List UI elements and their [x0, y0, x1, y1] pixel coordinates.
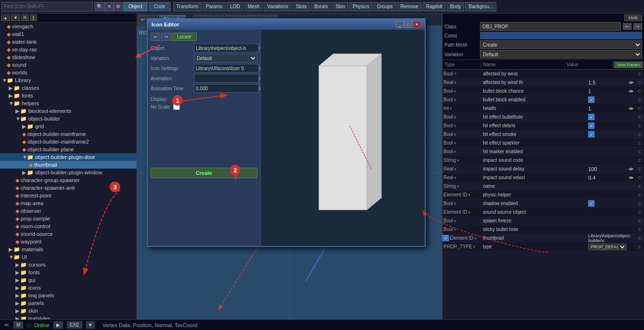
prop-c-hes[interactable]: C: [635, 132, 644, 137]
prop-c-isv[interactable]: C: [635, 175, 644, 180]
sidebar-item-slideshow[interactable]: ◆slideshow: [0, 53, 137, 61]
object-tab[interactable]: Object: [123, 2, 148, 12]
bbe-checkbox[interactable]: ✓: [588, 97, 594, 103]
sidebar-item-textstyles[interactable]: ▶ 📁textstyles: [0, 315, 137, 319]
hes-checkbox[interactable]: ✓: [588, 131, 594, 137]
heb-checkbox[interactable]: ✓: [588, 114, 594, 120]
sidebar-item-water-tank[interactable]: ◆water-tank: [0, 38, 137, 46]
mode-btn[interactable]: M: [13, 321, 23, 329]
prop-c-wind[interactable]: C: [635, 72, 644, 76]
sidebar-item-panels[interactable]: ▶ 📁panels: [0, 299, 137, 307]
dialog-minimize-btn[interactable]: _: [396, 21, 404, 28]
type-select[interactable]: PROP_DEFAULT: [588, 244, 627, 250]
find-icon-btn[interactable]: 🔍: [94, 2, 105, 12]
sidebar-item-cursors[interactable]: ▶ 📁cursors: [0, 261, 137, 269]
tab-bones[interactable]: Bones: [311, 2, 331, 12]
multi-btn[interactable]: Multi: [624, 14, 642, 21]
path-mesh-select[interactable]: Create: [480, 40, 642, 49]
sidebar-item-plane[interactable]: ◆object-builder-plane: [0, 146, 137, 153]
sidebar-item-imgpanels[interactable]: ▶ 📁img panels: [0, 292, 137, 299]
dialog-maximize-btn[interactable]: □: [404, 21, 412, 28]
prop-c-isd[interactable]: C: [635, 167, 644, 171]
exe-btn[interactable]: EXE: [67, 321, 82, 329]
prop-c-heb[interactable]: C: [635, 115, 644, 120]
sidebar-expand[interactable]: R: [21, 14, 29, 21]
sidebar-item-fonts[interactable]: ▶ 📁fonts: [0, 92, 137, 99]
hed-checkbox[interactable]: ✓: [588, 122, 594, 129]
sidebar-scroll-down[interactable]: ▼: [11, 14, 20, 21]
create-btn[interactable]: Create: [151, 168, 257, 178]
sidebar-item-sound[interactable]: ◆sound: [0, 61, 137, 69]
sidebar-item-xe-day-rac[interactable]: ◆xe-day-rac: [0, 46, 137, 53]
sidebar-item-ui-fonts[interactable]: ▶ 📁fonts: [0, 269, 137, 276]
tab-slots[interactable]: Slots: [292, 2, 310, 12]
prop-c-hed[interactable]: C: [635, 123, 644, 128]
sidebar-item-worlds[interactable]: ◆worlds: [0, 69, 137, 76]
tab-remove[interactable]: Remove: [397, 2, 422, 12]
class-apply[interactable]: ↪: [633, 23, 642, 30]
prop-c-se[interactable]: C: [635, 201, 644, 206]
sidebar-item-object-builder[interactable]: ▼ 📁object-builder: [0, 115, 137, 122]
sidebar-item-plugin-window[interactable]: ▶ 📁object-builder-plugin-window: [0, 169, 137, 176]
tab-variations[interactable]: Variations: [264, 2, 291, 12]
sidebar-item-interest[interactable]: ◆interest-point: [0, 192, 137, 199]
sidebar-scroll-up[interactable]: ▲: [1, 14, 10, 21]
tab-ragdoll[interactable]: Ragdoll: [423, 2, 446, 12]
prop-c-sf[interactable]: C: [635, 219, 644, 223]
sidebar-item-wall1[interactable]: ◆wall1: [0, 30, 137, 38]
settings-btn[interactable]: ⚙: [114, 2, 123, 12]
variation-select[interactable]: Default: [194, 54, 257, 62]
undo-btn[interactable]: ↩: [138, 15, 148, 24]
clear-btn[interactable]: ✕: [105, 2, 114, 12]
se-checkbox[interactable]: ✓: [588, 200, 594, 207]
tab-params[interactable]: Params: [202, 2, 226, 12]
prop-c-thumb[interactable]: C: [635, 236, 644, 241]
prop-c-ph[interactable]: C: [635, 193, 644, 197]
tab-transform[interactable]: Transform: [173, 2, 202, 12]
prop-c-isc[interactable]: C: [635, 158, 644, 163]
sidebar-item-helpers[interactable]: ▼ 📁helpers: [0, 99, 137, 107]
sidebar-item-grid[interactable]: ▶ 📁grid: [0, 122, 137, 130]
play-btn[interactable]: ▶: [53, 321, 63, 329]
sidebar-item-mainframe[interactable]: ◆object-builder-mainframe: [0, 130, 137, 138]
find-input[interactable]: [1, 2, 93, 12]
prop-c-sbh[interactable]: C: [635, 227, 644, 232]
dialog-locate-btn[interactable]: Locate: [172, 33, 197, 41]
prop-c-bbe[interactable]: C: [635, 98, 644, 102]
object-input[interactable]: [194, 44, 259, 52]
tab-lod[interactable]: LOD: [227, 2, 243, 12]
sidebar-item-materials[interactable]: ▶ 📁materials: [0, 245, 137, 253]
sidebar-item-gui[interactable]: ▶ 📁gui: [0, 276, 137, 284]
prop-c-sso[interactable]: C: [635, 210, 644, 215]
dialog-undo-btn[interactable]: ↩: [151, 33, 160, 41]
sidebar-item-sound-source[interactable]: ◆sound-source: [0, 230, 137, 238]
tab-mesh[interactable]: Mesh: [244, 2, 263, 12]
anim-time-input[interactable]: [194, 84, 259, 93]
prop-c-health[interactable]: C: [635, 106, 644, 111]
sidebar-item-plugin-door[interactable]: ▼ 📁object-builder-plugin-door: [0, 153, 137, 161]
sidebar-item-ui[interactable]: ▼ 📁UI: [0, 253, 137, 261]
tab-background[interactable]: Backgrou...: [465, 2, 496, 12]
sidebar-item-classes[interactable]: ▶ 📁classes: [0, 84, 137, 92]
prop-c-hesp[interactable]: C: [635, 141, 644, 146]
code-tab[interactable]: Code: [149, 2, 171, 12]
sidebar-item-map-area[interactable]: ◆map-area: [0, 199, 137, 207]
sidebar-item-thumbnail[interactable]: ◆thumbnail: [0, 161, 137, 169]
dropdown-btn[interactable]: ▼: [86, 321, 95, 329]
tab-physics[interactable]: Physics: [349, 2, 372, 12]
sidebar-item-skin[interactable]: ▶ 📁skin: [0, 307, 137, 315]
sidebar-item-observer[interactable]: ◆observer: [0, 207, 137, 215]
dialog-close-btn[interactable]: ✕: [413, 21, 421, 28]
sidebar-item-viengach[interactable]: ◆viengach: [0, 23, 137, 30]
animation-input[interactable]: [194, 74, 259, 83]
prop-c-hme[interactable]: C: [635, 149, 644, 154]
sidebar-item-prop-sample[interactable]: ◆prop-sample: [0, 215, 137, 222]
class-reset[interactable]: ↩: [623, 23, 631, 30]
prop-c-bbc[interactable]: C: [635, 89, 644, 94]
tab-groups[interactable]: Groups: [374, 2, 396, 12]
sidebar-item-library[interactable]: ▼ 📁Library: [0, 76, 137, 84]
sidebar-item-blockout[interactable]: ▶ 📁blockout-elements: [0, 107, 137, 115]
dialog-redo-btn[interactable]: ↪: [161, 33, 171, 41]
tab-skin[interactable]: Skin: [332, 2, 348, 12]
prop-c-wind-th[interactable]: C: [635, 80, 644, 85]
